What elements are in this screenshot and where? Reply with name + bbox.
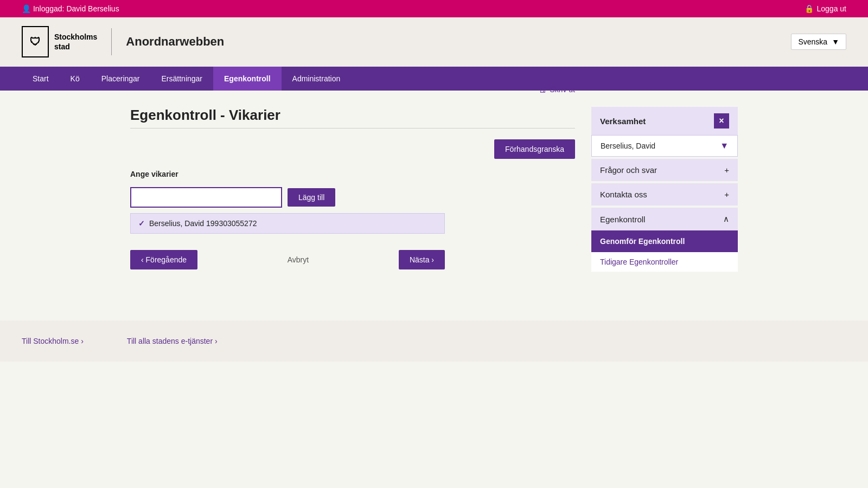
nav-item-egenkontroll[interactable]: Egenkontroll	[213, 67, 282, 91]
main-content: 🖨 Skriv ut Egenkontroll - Vikarier Förha…	[108, 91, 760, 288]
header-divider	[111, 28, 112, 55]
print-label: Skriv ut	[550, 85, 575, 94]
sidebar-verksamhet-section: Verksamhet × Berselius, David ▼	[591, 107, 738, 157]
logo-line1: Stockholms	[54, 32, 97, 42]
section-label: Ange vikarier	[130, 170, 575, 178]
nav-item-placeringar[interactable]: Placeringar	[91, 67, 151, 91]
sidebar-egenkontroll-section: Egenkontroll ∧ Genomför Egenkontroll Tid…	[591, 208, 738, 272]
site-title: Anordnarwebben	[126, 35, 224, 49]
footer: Till Stockholm.se › Till alla stadens e-…	[0, 320, 868, 362]
plus-icon: +	[724, 165, 729, 175]
sidebar-fragor-section[interactable]: Frågor och svar +	[591, 159, 738, 181]
footer-link-etjanster[interactable]: Till alla stadens e-tjänster ›	[127, 337, 218, 345]
close-icon: ×	[714, 113, 729, 129]
logged-in-info: 👤 Inloggad: David Berselius	[22, 4, 119, 13]
nav-buttons: ‹ Föregående Avbryt Nästa ›	[130, 250, 445, 269]
logo-text: Stockholms stad	[54, 32, 97, 52]
page-title: Egenkontroll - Vikarier	[130, 107, 575, 124]
chevron-up-icon: ∧	[723, 214, 729, 224]
logo-shield: 🛡	[22, 26, 49, 57]
main-nav: Start Kö Placeringar Ersättningar Egenko…	[0, 67, 868, 91]
sidebar-tidigare-link[interactable]: Tidigare Egenkontroller	[591, 252, 738, 272]
shield-icon: 🛡	[30, 36, 41, 48]
cancel-button[interactable]: Avbryt	[288, 255, 309, 264]
sidebar-verksamhet-label: Verksamhet	[600, 117, 646, 126]
preview-button[interactable]: Förhandsgranska	[494, 139, 575, 159]
sidebar-person-select[interactable]: Berselius, David ▼	[591, 135, 738, 157]
nav-item-ko[interactable]: Kö	[60, 67, 91, 91]
nav-item-ersattningar[interactable]: Ersättningar	[151, 67, 213, 91]
language-selector[interactable]: Svenska ▼	[791, 34, 846, 50]
logo-line2: stad	[54, 42, 97, 52]
sidebar-verksamhet-header[interactable]: Verksamhet ×	[591, 107, 738, 135]
sidebar-kontakta-section[interactable]: Kontakta oss +	[591, 183, 738, 206]
next-button[interactable]: Nästa ›	[399, 250, 445, 269]
nav-item-administration[interactable]: Administration	[282, 67, 352, 91]
title-divider	[130, 128, 575, 129]
selected-item: ✓ Berselius, David 199303055272	[130, 213, 445, 234]
add-vikarie-row: Lägg till	[130, 187, 575, 208]
add-button[interactable]: Lägg till	[288, 188, 335, 207]
nav-item-start[interactable]: Start	[22, 67, 60, 91]
user-icon: 👤	[22, 4, 31, 13]
sidebar: Verksamhet × Berselius, David ▼ Frågor o…	[591, 107, 738, 272]
plus-icon: +	[724, 190, 729, 199]
sidebar-genomfor-item[interactable]: Genomför Egenkontroll	[591, 230, 738, 252]
sidebar-kontakta-label: Kontakta oss	[600, 190, 647, 199]
selected-person-name: Berselius, David	[601, 142, 655, 150]
sidebar-egenkontroll-header[interactable]: Egenkontroll ∧	[591, 208, 738, 230]
logout-link[interactable]: 🔒 Logga ut	[805, 4, 847, 13]
chevron-down-icon: ▼	[720, 141, 729, 151]
header: 🛡 Stockholms stad Anordnarwebben Svenska…	[0, 17, 868, 67]
footer-link-stockholm[interactable]: Till Stockholm.se ›	[22, 337, 84, 345]
selected-person-label: Berselius, David 199303055272	[149, 219, 257, 228]
print-icon: 🖨	[539, 85, 546, 94]
vikarie-input[interactable]	[130, 187, 282, 208]
logged-in-label: Inloggad: David Berselius	[33, 4, 119, 13]
sidebar-fragor-label: Frågor och svar	[600, 165, 657, 175]
lock-icon: 🔒	[805, 4, 814, 13]
logo-area: 🛡 Stockholms stad	[22, 26, 97, 57]
sidebar-egenkontroll-label: Egenkontroll	[600, 215, 645, 224]
language-label: Svenska	[798, 37, 827, 46]
previous-button[interactable]: ‹ Föregående	[130, 250, 197, 269]
logout-label: Logga ut	[817, 4, 847, 13]
print-link[interactable]: 🖨 Skriv ut	[539, 85, 575, 94]
close-label: ×	[719, 116, 724, 126]
top-bar: 👤 Inloggad: David Berselius 🔒 Logga ut	[0, 0, 868, 17]
checkmark-icon: ✓	[138, 219, 145, 228]
content-area: 🖨 Skriv ut Egenkontroll - Vikarier Förha…	[130, 107, 575, 272]
header-left: 🛡 Stockholms stad Anordnarwebben	[22, 26, 224, 57]
chevron-down-icon: ▼	[832, 37, 839, 46]
